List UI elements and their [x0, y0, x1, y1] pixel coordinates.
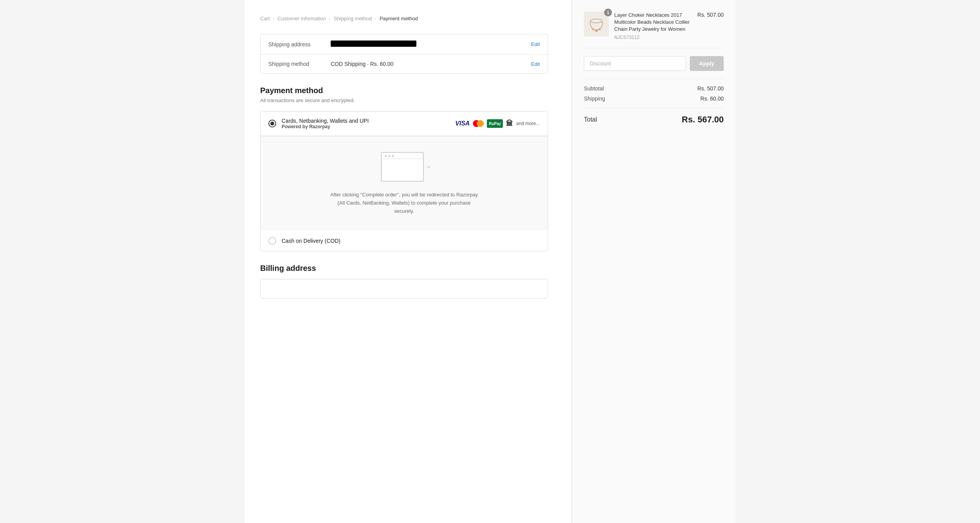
subtotal-value: Rs. 507.00 [697, 85, 724, 92]
subtotal-row: Subtotal Rs. 507.00 [584, 85, 724, 92]
razorpay-redirect-text: After clicking "Complete order", you wil… [330, 191, 478, 215]
razorpay-label-sub: Powered by Razorpay [282, 124, 451, 129]
item-sku: NJCS73112 [614, 35, 692, 40]
billing-address-title: Billing address [260, 264, 548, 273]
item-image [584, 12, 609, 37]
item-name: Layer Choker Necklaces 2017 Multicolor B… [614, 12, 692, 33]
browser-dot-3 [392, 155, 394, 157]
total-value: Rs. 567.00 [682, 115, 724, 125]
cod-label-group: Cash on Delivery (COD) [282, 238, 540, 244]
razorpay-radio[interactable] [268, 120, 276, 127]
breadcrumb-cart[interactable]: Cart [260, 16, 270, 21]
browser-dots [382, 153, 423, 159]
browser-dot-1 [385, 155, 387, 157]
mastercard-icon [473, 119, 484, 128]
breadcrumb-sep-1: › [273, 16, 275, 21]
shipping-address-value [331, 41, 531, 48]
razorpay-label-main: Cards, Netbanking, Wallets and UPI [282, 118, 451, 124]
svg-point-1 [595, 29, 598, 32]
discount-input[interactable] [584, 56, 686, 71]
breadcrumb-shipping-method[interactable]: Shipping method [334, 16, 372, 21]
shipping-method-edit[interactable]: Edit [531, 61, 540, 67]
razorpay-brand: Razorpay [309, 124, 330, 129]
bank-icon: 🏛 [506, 119, 513, 128]
subtotal-label: Subtotal [584, 85, 604, 92]
shipping-summary-box: Shipping address Edit Shipping method CO… [260, 34, 548, 74]
breadcrumb-payment-method: Payment method [379, 16, 418, 21]
item-details: Layer Choker Necklaces 2017 Multicolor B… [614, 12, 692, 40]
shipping-address-label: Shipping address [268, 41, 331, 48]
browser-box: → [381, 152, 424, 182]
discount-row: Apply [584, 56, 724, 71]
browser-dot-2 [388, 155, 390, 157]
cod-label-main: Cash on Delivery (COD) [282, 238, 540, 244]
breadcrumb-customer-info[interactable]: Customer information [278, 16, 326, 21]
payment-option-cod: Cash on Delivery (COD) [261, 231, 548, 251]
total-row: Total Rs. 567.00 [584, 108, 724, 125]
shipping-address-redacted [331, 41, 416, 47]
shipping-row: Shipping Rs. 60.00 [584, 95, 724, 102]
summary-divider [584, 79, 724, 79]
billing-address-box [260, 279, 548, 299]
necklace-thumbnail [587, 14, 606, 34]
payment-method-subtitle: All transactions are secure and encrypte… [260, 97, 548, 103]
svg-point-2 [592, 28, 594, 30]
payment-card-icons: VISA RuPay 🏛 and more... [455, 119, 540, 128]
order-item: 1 Layer Choker Necklaces 2017 Multicolor… [584, 12, 724, 48]
item-image-wrap: 1 [584, 12, 609, 37]
order-summary-panel: 1 Layer Choker Necklaces 2017 Multicolor… [572, 0, 735, 523]
razorpay-radio-inner [270, 122, 274, 125]
shipping-value: Rs. 60.00 [700, 95, 724, 102]
redirect-illustration: → [381, 152, 428, 183]
total-label: Total [584, 116, 597, 123]
and-more-text: and more... [516, 121, 540, 126]
payment-options: Cards, Netbanking, Wallets and UPI Power… [260, 111, 548, 251]
payment-method-title: Payment method [260, 86, 548, 95]
visa-icon: VISA [455, 119, 470, 128]
shipping-method-row: Shipping method COD Shipping · Rs. 60.00… [261, 55, 548, 73]
cod-radio[interactable] [268, 237, 276, 245]
svg-point-0 [590, 19, 602, 23]
apply-discount-button[interactable]: Apply [690, 56, 724, 71]
payment-option-razorpay: Cards, Netbanking, Wallets and UPI Power… [261, 111, 548, 231]
item-qty-badge: 1 [604, 9, 612, 16]
shipping-address-row: Shipping address Edit [261, 34, 548, 55]
payment-option-cod-header[interactable]: Cash on Delivery (COD) [261, 231, 548, 251]
shipping-method-value: COD Shipping · Rs. 60.00 [331, 61, 531, 67]
shipping-label: Shipping [584, 95, 605, 102]
svg-point-3 [599, 28, 601, 30]
breadcrumb: Cart › Customer information › Shipping m… [260, 16, 548, 21]
breadcrumb-sep-2: › [329, 16, 331, 21]
payment-option-razorpay-header[interactable]: Cards, Netbanking, Wallets and UPI Power… [261, 111, 548, 136]
redirect-arrow: → [425, 163, 432, 171]
breadcrumb-sep-3: › [375, 16, 376, 21]
shipping-address-edit[interactable]: Edit [531, 41, 540, 47]
razorpay-label-group: Cards, Netbanking, Wallets and UPI Power… [282, 118, 451, 129]
razorpay-redirect-panel: → After clicking "Complete order", you w… [261, 136, 548, 231]
item-price: Rs. 507.00 [697, 12, 724, 18]
shipping-method-label: Shipping method [268, 61, 331, 67]
rupay-icon: RuPay [487, 119, 503, 128]
razorpay-powered-text: Powered by [282, 124, 308, 129]
